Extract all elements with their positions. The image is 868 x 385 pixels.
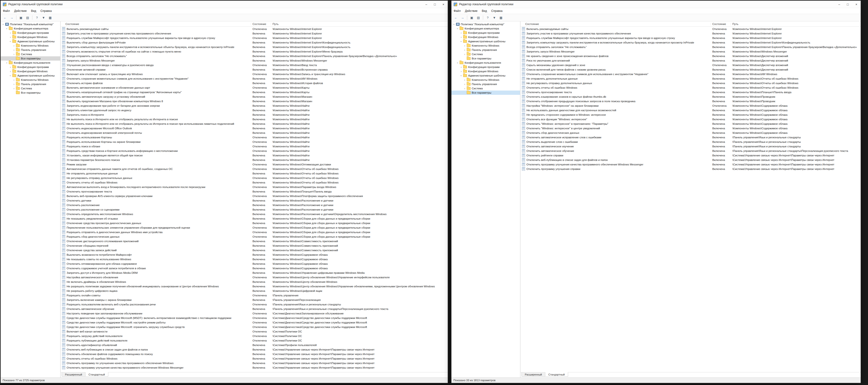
tree-item[interactable]: › Конфигурация программ [452, 65, 520, 69]
policy-row[interactable]: Отключить расположение Включена \Компоне… [61, 203, 448, 207]
policy-row[interactable]: Автоматически отправлять данные памяти д… [61, 167, 448, 171]
policy-row[interactable]: Отключить содержимое учетной записи потр… [61, 266, 448, 271]
chevron-icon[interactable]: › [463, 49, 466, 51]
minimize-button[interactable]: – [835, 1, 843, 8]
policy-row[interactable]: Запретить индексирование при работе от б… [61, 103, 448, 108]
forward-icon[interactable]: → [8, 14, 15, 21]
chevron-icon[interactable]: › [460, 32, 463, 34]
policy-row[interactable]: Отключить программу улучшения качества п… [521, 162, 861, 167]
policy-row[interactable]: Включает веб-канал активности Отключена … [61, 329, 448, 334]
policy-row[interactable]: Разрешить сбор диагностических данных От… [61, 234, 448, 239]
policy-row[interactable]: Включает или отключает запись и трансляц… [61, 72, 448, 76]
column-header-setting[interactable]: Состояние [61, 23, 251, 26]
chevron-icon[interactable]: › [463, 83, 466, 85]
policy-row[interactable]: Запретить компьютеру загружать панели ин… [521, 40, 861, 45]
policy-row[interactable]: Отключить автоматическое изучение Включе… [521, 144, 861, 148]
policy-row[interactable]: Настройка автоматического обновления Отк… [61, 275, 448, 279]
policy-row[interactable]: Средство диагностики службы поддержки Mi… [61, 320, 448, 325]
filter-icon[interactable]: ▼ [40, 14, 46, 21]
menu-item[interactable]: Справка [38, 8, 54, 14]
back-icon[interactable]: ← [453, 14, 459, 21]
policy-row[interactable]: Отключение дистанционного отслеживания п… [61, 239, 448, 243]
tree-item[interactable]: Все параметры [1, 56, 60, 61]
policy-row[interactable]: Отключить отчеты об ошибках Windows Вклю… [61, 356, 448, 361]
column-header-path[interactable]: Путь [731, 23, 861, 26]
policy-row[interactable]: Отключить оптимизированное для облака со… [61, 261, 448, 266]
policy-row[interactable]: Запретить включение камеры с экрана блок… [61, 298, 448, 302]
policy-row[interactable]: Разрешить онлайн-советы Отключена \Панел… [61, 293, 448, 298]
policy-row[interactable]: Отключить выделение слов с ошибками Вклю… [521, 140, 861, 144]
tree-item[interactable]: Все параметры [452, 91, 520, 95]
policy-row[interactable]: Отключить программу по улучшению качеств… [61, 361, 448, 365]
tree-item[interactable]: › Система [452, 52, 520, 56]
view-tab[interactable]: Расширенный [62, 373, 86, 377]
show-console-tree-icon[interactable]: ▣ [469, 14, 475, 21]
policy-row[interactable]: Не использовать данные диагностики для н… [521, 108, 861, 112]
policy-row[interactable]: Включить рекомендуемые сайты Отключена \… [521, 27, 861, 31]
minimize-button[interactable]: – [422, 1, 431, 8]
tree-item[interactable]: › Политика "Локальный компьютер" [1, 22, 60, 26]
policy-row[interactable]: Запретить компьютеру загружать панели ин… [61, 45, 448, 49]
policy-row[interactable]: Отключить отображение предыдущих поисков… [521, 99, 861, 103]
chevron-icon[interactable]: › [460, 40, 462, 43]
chevron-icon[interactable]: › [463, 87, 466, 90]
filter-options-icon[interactable]: ▦ [47, 14, 53, 21]
help-icon[interactable]: ? [485, 14, 491, 21]
policy-row[interactable]: Настройка "Windows: интересное" на экран… [521, 103, 861, 108]
chevron-icon[interactable]: › [12, 87, 16, 90]
policy-row[interactable]: Включить автоматическое скачивание и обн… [61, 85, 448, 90]
policy-row[interactable]: Не отправлять дополнительные данные Вклю… [521, 76, 861, 81]
policy-row[interactable]: Отключить незапрошенный сетевой трафик н… [61, 90, 448, 94]
policy-row[interactable]: Запретить участие в программах улучшения… [521, 31, 861, 36]
chevron-icon[interactable]: › [9, 74, 12, 77]
policy-row[interactable]: Разрешить публикацию действий пользовате… [61, 338, 448, 343]
tree-item[interactable]: › Административные шаблоны [452, 73, 520, 78]
tree-item[interactable]: › Панель управления [452, 82, 520, 86]
policy-row[interactable]: Отключить расположение со сценариями Вкл… [61, 207, 448, 212]
tree-item[interactable]: › Административные шаблоны [1, 73, 60, 78]
policy-row[interactable]: Установить, какая информация является об… [61, 153, 448, 158]
chevron-icon[interactable]: › [5, 27, 8, 30]
tree-item[interactable]: Все параметры [452, 56, 520, 61]
policy-row[interactable]: Запретить участие в программах улучшения… [61, 31, 448, 36]
policy-row[interactable]: Отключить историю файлов Включена \Компо… [61, 81, 448, 85]
policy-row[interactable]: Не регулировать отправку дополнительных … [61, 176, 448, 180]
policy-row[interactable]: Отключить датчики Включена \Компоненты W… [61, 198, 448, 203]
policy-row[interactable]: Настроить поведение при запланированном … [61, 311, 448, 316]
policy-row[interactable]: Не выполнять поиск в Интернете или не от… [61, 121, 448, 126]
policy-row[interactable]: Режим загрузки Отключена \Компоненты Win… [61, 162, 448, 167]
maximize-button[interactable]: □ [431, 1, 439, 8]
policy-row[interactable]: Разрешить использование Кортаны на экран… [61, 140, 448, 144]
policy-row[interactable]: Отключить "Windows: интересное" в прилож… [521, 121, 861, 126]
policy-row[interactable]: Отключить автоматическое обучение Включе… [61, 307, 448, 311]
menu-item[interactable]: Файл [452, 8, 463, 14]
policy-row[interactable]: Отключить индексирование вложенной элект… [61, 131, 448, 135]
policy-row[interactable]: Отключение средства записи действий Вклю… [61, 248, 448, 252]
policy-row[interactable]: Отключить веб-публикацию в списке задач … [521, 158, 861, 162]
chevron-icon[interactable]: › [2, 23, 4, 26]
policy-row[interactable]: Выключить возможности потребителя Майкро… [61, 252, 448, 257]
tree-item[interactable]: › Конфигурация программ [452, 31, 520, 35]
policy-row[interactable]: Запретить доступ к Интернету для Windows… [61, 271, 448, 275]
column-header-state[interactable]: Состояние [711, 23, 731, 26]
policy-row[interactable]: Выключить предложения Магазина при обнов… [61, 99, 448, 103]
policy-row[interactable]: Улучшение распознавания ввода с клавиату… [61, 63, 448, 67]
tree-item[interactable]: › Конфигурация компьютера [452, 26, 520, 31]
policy-row[interactable]: Не разрешать работу цифрового ящика Вклю… [61, 288, 448, 293]
menu-item[interactable]: Вид [479, 8, 489, 14]
policy-row[interactable]: Список включений для типов файлов с низк… [521, 67, 861, 72]
policy-row[interactable]: Включить веб-проверки AVS клиента сервер… [61, 194, 448, 198]
policy-row[interactable]: Отключить сохранение моментальных снимко… [521, 72, 861, 76]
column-header-setting[interactable]: Состояние [521, 23, 711, 26]
tree-item[interactable]: › Компоненты Windows [1, 43, 60, 48]
policy-row[interactable]: Отключить веб-публикацию в списке задач … [61, 347, 448, 352]
policy-row[interactable]: Не хранить сведения о зоне происхождения… [521, 54, 861, 58]
export-list-icon[interactable]: ▤ [25, 14, 31, 21]
export-list-icon[interactable]: ▤ [475, 14, 482, 21]
policy-row[interactable]: Выключить сбор данных фильтрации InPriva… [61, 40, 448, 45]
policy-row[interactable]: Отключить программу улучшения качества п… [61, 365, 448, 370]
chevron-icon[interactable]: › [456, 61, 459, 64]
chevron-icon[interactable]: › [456, 27, 459, 30]
chevron-icon[interactable]: › [9, 66, 12, 68]
tree-item[interactable]: › Компоненты Windows [452, 43, 520, 48]
